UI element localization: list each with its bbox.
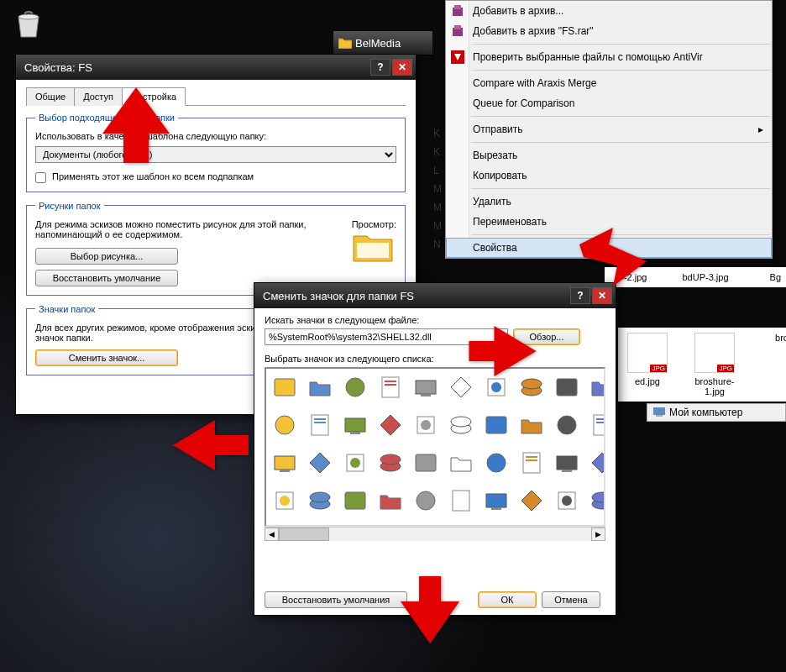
desktop-files-row-2: ed.jpg broshure-1.jpg bro <box>618 328 786 402</box>
icon-option[interactable] <box>307 487 333 514</box>
icon-option[interactable] <box>412 412 439 438</box>
icon-option[interactable] <box>307 449 333 476</box>
icon-option[interactable] <box>589 374 605 401</box>
icon-option[interactable] <box>342 412 369 438</box>
icon-option[interactable] <box>448 374 474 401</box>
cancel-button[interactable]: Отмена <box>542 591 600 608</box>
svg-rect-11 <box>382 377 399 397</box>
icon-option[interactable] <box>412 449 439 476</box>
icon-option[interactable] <box>271 449 298 476</box>
restore-defaults-button[interactable]: Восстановить умолчания <box>265 591 407 608</box>
icon-grid[interactable] <box>265 367 605 527</box>
icon-option[interactable] <box>553 374 580 401</box>
file-item[interactable]: bdUP-3.jpg <box>678 272 732 282</box>
group-legend: Выбор подходящего типа папки <box>35 113 178 123</box>
scroll-right-icon[interactable]: ▶ <box>591 528 605 541</box>
icon-option[interactable] <box>553 412 580 438</box>
file-item[interactable]: bro <box>756 333 786 396</box>
menu-item-queue-compare[interactable]: Queue for Comparison <box>446 93 772 113</box>
file-item[interactable]: broshure-1.jpg <box>689 333 741 396</box>
icon-option[interactable] <box>589 487 605 514</box>
svg-rect-31 <box>486 417 506 433</box>
help-button[interactable] <box>370 59 390 76</box>
icon-option[interactable] <box>448 449 474 476</box>
template-combo[interactable]: Документы (любого типа) <box>35 146 396 163</box>
icon-option[interactable] <box>307 374 333 401</box>
dialog-titlebar[interactable]: Свойства: FS <box>16 55 416 80</box>
icon-option[interactable] <box>377 487 404 514</box>
tab-settings[interactable]: Настройка <box>122 87 186 106</box>
menu-item-antivir[interactable]: Проверить выбранные файлы с помощью Anti… <box>446 47 772 67</box>
svg-rect-47 <box>557 456 577 470</box>
icon-option[interactable] <box>412 487 439 514</box>
scroll-left-icon[interactable]: ◀ <box>265 528 279 541</box>
icon-option[interactable] <box>271 487 298 514</box>
svg-rect-34 <box>596 418 605 420</box>
icon-option[interactable] <box>518 487 545 514</box>
menu-item-delete[interactable]: Удалить <box>446 192 772 212</box>
menu-item-send-to[interactable]: Отправить ▸ <box>446 119 772 139</box>
svg-rect-14 <box>416 381 436 394</box>
icon-option[interactable] <box>342 449 369 476</box>
choose-picture-button[interactable]: Выбор рисунка... <box>35 248 178 265</box>
file-item[interactable]: Bg <box>748 272 786 282</box>
icon-option[interactable] <box>518 412 545 438</box>
icon-option[interactable] <box>342 487 369 514</box>
icon-option[interactable] <box>483 412 510 438</box>
icon-option[interactable] <box>589 412 605 438</box>
icon-option[interactable] <box>483 374 510 401</box>
icon-option[interactable] <box>271 374 298 401</box>
menu-item-compare-araxis[interactable]: Compare with Araxis Merge <box>446 73 772 93</box>
icon-option[interactable] <box>518 374 545 401</box>
context-menu: Добавить в архив... Добавить в архив "FS… <box>445 0 773 259</box>
icon-option[interactable] <box>271 412 298 438</box>
tab-share[interactable]: Доступ <box>74 87 123 106</box>
icon-option[interactable] <box>448 487 474 514</box>
close-button[interactable] <box>592 287 612 304</box>
icon-option[interactable] <box>307 412 333 438</box>
restore-default-button[interactable]: Восстановить умолчание <box>35 270 178 286</box>
close-button[interactable] <box>392 59 412 76</box>
svg-rect-57 <box>455 497 467 499</box>
icon-option[interactable] <box>342 374 369 401</box>
apply-subfolders-checkbox[interactable]: Применять этот же шаблон ко всем подпапк… <box>35 171 254 181</box>
icon-option[interactable] <box>553 487 580 514</box>
menu-item-add-archive-named[interactable]: Добавить в архив "FS.rar" <box>446 21 772 41</box>
menu-item-copy[interactable]: Копировать <box>446 165 772 186</box>
menu-label: Compare with Araxis Merge <box>473 77 596 89</box>
dialog-titlebar[interactable]: Сменить значок для папки FS <box>254 283 616 308</box>
checkbox-label: Применять этот же шаблон ко всем подпапк… <box>52 171 254 181</box>
icon-option[interactable] <box>483 487 510 514</box>
horizontal-scrollbar[interactable]: ◀ ▶ <box>265 527 605 541</box>
icon-option[interactable] <box>553 449 580 476</box>
recycle-bin-icon[interactable] <box>12 8 45 39</box>
my-computer-bar[interactable]: Мой компьютер <box>647 403 786 422</box>
svg-rect-4 <box>454 25 461 29</box>
preview-label: Просмотр: <box>352 219 396 229</box>
icon-option[interactable] <box>377 374 404 401</box>
folder-type-group: Выбор подходящего типа папки Использоват… <box>26 113 406 192</box>
menu-item-add-archive[interactable]: Добавить в архив... <box>446 1 772 21</box>
icon-option[interactable] <box>412 374 439 401</box>
browse-button[interactable]: Обзор... <box>513 328 580 345</box>
change-icon-button[interactable]: Сменить значок... <box>35 349 178 366</box>
apply-sub-checkbox[interactable] <box>35 172 46 183</box>
ok-button[interactable]: ОК <box>478 591 537 608</box>
icon-option[interactable] <box>518 449 545 476</box>
menu-label: Проверить выбранные файлы с помощью Anti… <box>473 51 703 63</box>
scroll-thumb[interactable] <box>279 528 329 541</box>
icon-option[interactable] <box>377 412 404 438</box>
help-button[interactable] <box>570 287 590 304</box>
file-item[interactable]: -2.jpg <box>608 272 663 282</box>
menu-item-rename[interactable]: Переименовать <box>446 212 772 232</box>
tab-general[interactable]: Общие <box>26 87 75 106</box>
icon-option[interactable] <box>377 449 404 476</box>
icon-option[interactable] <box>589 449 605 476</box>
menu-item-cut[interactable]: Вырезать <box>446 145 772 165</box>
icon-path-input[interactable] <box>265 328 508 345</box>
menu-item-properties[interactable]: Свойства <box>446 238 772 258</box>
icon-option[interactable] <box>483 449 510 476</box>
tabs: Общие Доступ Настройка <box>26 87 406 106</box>
file-item[interactable]: ed.jpg <box>621 333 673 396</box>
icon-option[interactable] <box>448 412 474 438</box>
